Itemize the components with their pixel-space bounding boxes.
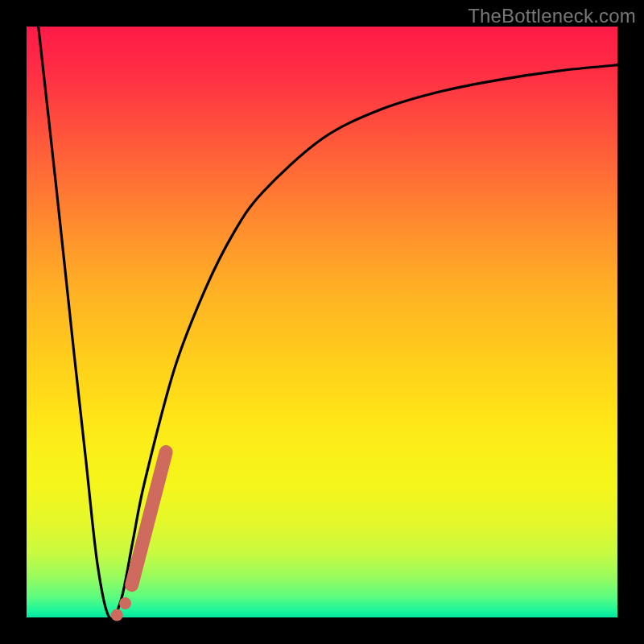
marker-dot — [111, 609, 123, 621]
chart-svg — [27, 27, 617, 617]
chart-plot-area — [27, 27, 617, 617]
bottleneck-curve — [39, 27, 617, 619]
chart-frame: TheBottleneck.com — [0, 0, 644, 644]
watermark-text: TheBottleneck.com — [468, 5, 636, 27]
marker-dot — [119, 597, 131, 609]
chart-markers — [111, 452, 166, 621]
